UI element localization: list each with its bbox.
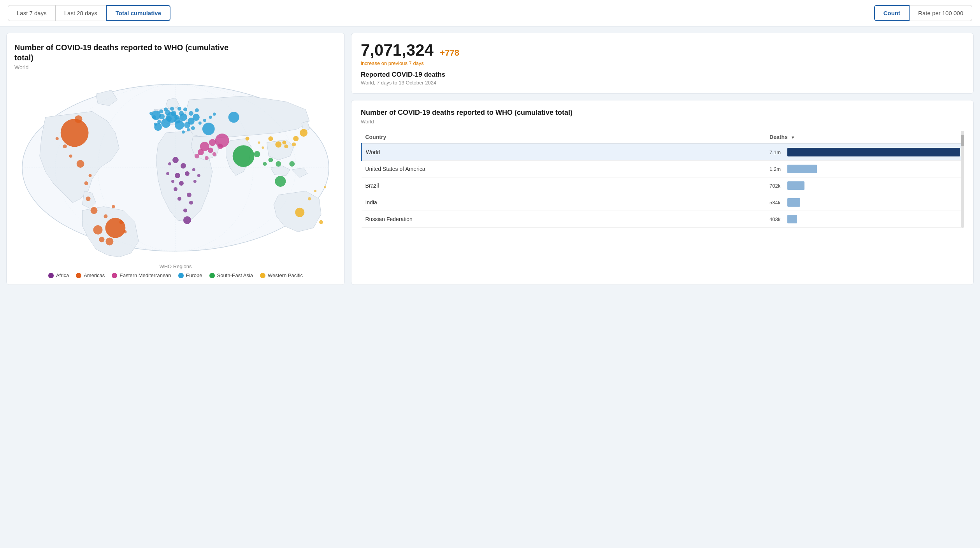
- svg-point-62: [208, 148, 213, 153]
- svg-point-87: [168, 162, 171, 165]
- legend-dot-south-east-asia: [209, 273, 215, 278]
- svg-point-84: [174, 187, 177, 191]
- svg-point-94: [282, 141, 286, 144]
- svg-point-81: [177, 197, 181, 201]
- svg-point-102: [308, 197, 311, 200]
- svg-point-51: [182, 130, 185, 133]
- table-row[interactable]: Brazil 702k: [362, 177, 964, 194]
- tab-last-7-days[interactable]: Last 7 days: [8, 5, 56, 21]
- svg-point-89: [192, 168, 195, 171]
- svg-point-49: [191, 126, 195, 130]
- col-deaths[interactable]: Deaths ▼: [766, 131, 964, 144]
- tab-total-cumulative[interactable]: Total cumulative: [106, 5, 170, 21]
- increase-label: increase on previous 7 days: [361, 60, 964, 66]
- svg-point-88: [193, 180, 197, 183]
- svg-point-5: [61, 119, 89, 147]
- legend-label-south-east-asia: South-East Asia: [217, 272, 253, 278]
- stats-card: 7,071,324 +778 increase on previous 7 da…: [351, 33, 974, 94]
- svg-point-78: [185, 171, 190, 176]
- table-card-subtitle: World: [361, 119, 964, 125]
- map-panel: Number of COVID-19 deaths reported to WH…: [6, 33, 345, 285]
- svg-point-79: [179, 181, 184, 186]
- legend-item-western-pacific: Western Pacific: [260, 272, 303, 278]
- svg-point-65: [205, 156, 209, 160]
- svg-point-86: [166, 172, 169, 175]
- table-wrapper: Country Deaths ▼ World 7.1: [361, 131, 964, 228]
- svg-point-67: [215, 133, 229, 148]
- svg-point-68: [233, 145, 255, 167]
- stats-meta: World, 7 days to 13 October 2024: [361, 80, 964, 86]
- table-card: Number of COVID-19 deaths reported to WH…: [351, 100, 974, 285]
- svg-point-8: [77, 160, 84, 168]
- legend-dot-americas: [76, 273, 81, 278]
- legend-label-americas: Americas: [84, 272, 105, 278]
- table-row[interactable]: United States of America 1.2m: [362, 161, 964, 177]
- svg-point-14: [104, 214, 107, 218]
- svg-point-101: [319, 220, 323, 224]
- svg-point-45: [164, 107, 168, 111]
- svg-point-15: [119, 220, 123, 224]
- svg-point-19: [89, 174, 92, 177]
- svg-point-76: [181, 163, 186, 169]
- svg-point-41: [195, 108, 199, 112]
- svg-point-55: [213, 112, 216, 116]
- svg-point-93: [268, 136, 273, 141]
- deaths-cell: 702k: [766, 177, 964, 194]
- deaths-cell: 534k: [766, 194, 964, 211]
- svg-point-70: [275, 176, 286, 187]
- table-row[interactable]: World 7.1m: [362, 144, 964, 161]
- svg-point-20: [63, 144, 67, 148]
- toggle-count[interactable]: Count: [874, 5, 910, 21]
- toggle-rate[interactable]: Rate per 100 000: [910, 5, 972, 21]
- svg-point-18: [84, 181, 88, 185]
- map-legend: WHO Regions Africa Americas Eastern Medi…: [14, 263, 337, 278]
- legend-label-africa: Africa: [56, 272, 69, 278]
- total-deaths-number: 7,071,324: [361, 41, 434, 59]
- svg-point-100: [295, 208, 304, 217]
- svg-point-96: [293, 136, 299, 141]
- world-map[interactable]: [14, 78, 337, 257]
- svg-point-7: [75, 115, 83, 123]
- svg-point-54: [209, 116, 212, 119]
- deaths-cell: 1.2m: [766, 161, 964, 177]
- svg-point-91: [183, 216, 191, 224]
- svg-point-73: [268, 158, 273, 162]
- svg-point-21: [69, 155, 72, 158]
- svg-point-85: [171, 180, 174, 183]
- svg-point-77: [175, 173, 180, 178]
- legend-item-south-east-asia: South-East Asia: [209, 272, 253, 278]
- svg-point-57: [154, 123, 157, 126]
- svg-point-90: [197, 174, 200, 177]
- svg-point-95: [300, 129, 307, 137]
- svg-point-53: [203, 119, 206, 122]
- scrollbar[interactable]: [961, 131, 964, 228]
- svg-point-99: [292, 142, 296, 146]
- legend-label-eastern-med: Eastern Mediterranean: [119, 272, 171, 278]
- table-row[interactable]: India 534k: [362, 194, 964, 211]
- legend-label-western-pacific: Western Pacific: [268, 272, 303, 278]
- country-cell: India: [362, 194, 766, 211]
- svg-point-43: [177, 107, 181, 111]
- deaths-table: Country Deaths ▼ World 7.1: [361, 131, 964, 228]
- increase-badge: +778: [440, 48, 459, 58]
- svg-point-72: [289, 161, 295, 167]
- svg-point-82: [189, 201, 193, 205]
- time-tab-group: Last 7 days Last 28 days Total cumulativ…: [8, 5, 170, 21]
- svg-point-52: [198, 121, 202, 125]
- tab-last-28-days[interactable]: Last 28 days: [56, 5, 106, 21]
- country-cell: Russian Federation: [362, 211, 766, 228]
- svg-point-46: [159, 109, 163, 113]
- svg-point-42: [183, 107, 187, 111]
- svg-point-58: [202, 123, 215, 135]
- metric-toggle-group: Count Rate per 100 000: [874, 5, 972, 21]
- svg-point-36: [159, 114, 165, 119]
- svg-point-9: [93, 225, 103, 235]
- legend-title: WHO Regions: [14, 263, 337, 269]
- svg-point-50: [187, 128, 190, 131]
- table-row[interactable]: Russian Federation 403k: [362, 211, 964, 228]
- stats-numbers-row: 7,071,324 +778: [361, 41, 964, 60]
- svg-point-105: [258, 141, 260, 144]
- svg-point-60: [209, 139, 216, 146]
- scrollbar-thumb: [961, 135, 964, 146]
- map-chart-subtitle: World: [14, 64, 337, 70]
